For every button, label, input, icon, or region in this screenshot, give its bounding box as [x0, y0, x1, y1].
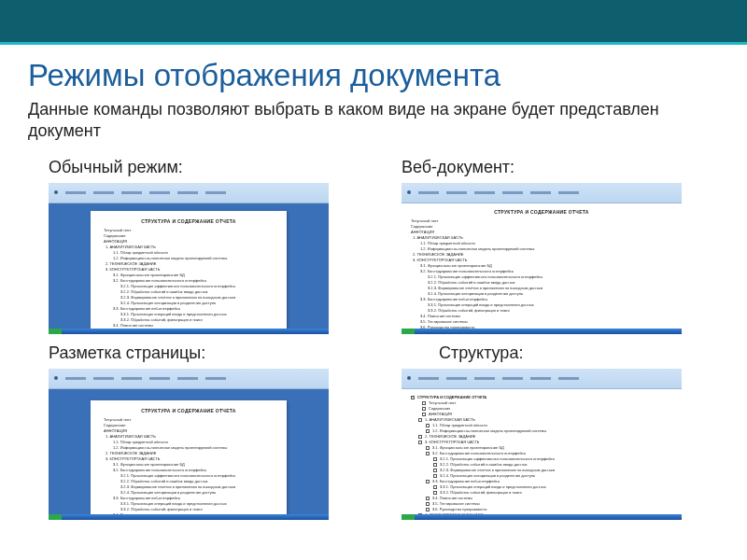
label-normal: Обычный режим:	[49, 158, 345, 177]
document-page: СТРУКТУРА И СОДЕРЖАНИЕ ОТЧЕТА Титульный …	[91, 400, 287, 520]
word-ribbon	[402, 183, 682, 203]
bullet-icon	[433, 485, 437, 489]
word-ribbon	[402, 369, 682, 389]
label-web: Веб-документ:	[402, 158, 698, 177]
bullet-icon	[422, 407, 426, 411]
taskbar	[402, 329, 682, 334]
bullet-icon	[418, 435, 422, 439]
collapse-icon: −	[411, 396, 415, 399]
bullet-icon	[426, 452, 430, 455]
bullet-icon	[418, 441, 422, 444]
doc-heading: СТРУКТУРА И СОДЕРЖАНИЕ ОТЧЕТА	[104, 218, 274, 224]
page-area: СТРУКТУРА И СОДЕРЖАНИЕ ОТЧЕТА Титульный …	[49, 389, 329, 520]
taskbar	[49, 329, 329, 334]
thumb-layout: СТРУКТУРА И СОДЕРЖАНИЕ ОТЧЕТА Титульный …	[49, 369, 329, 520]
thumb-normal: СТРУКТУРА И СОДЕРЖАНИЕ ОТЧЕТА Титульный …	[49, 183, 329, 334]
bullet-icon	[426, 446, 430, 450]
bullet-icon	[426, 480, 430, 483]
taskbar	[402, 514, 682, 520]
taskbar	[49, 514, 329, 520]
bullet-icon	[426, 429, 430, 433]
bullet-icon	[426, 424, 430, 427]
thumb-outline: − СТРУКТУРА И СОДЕРЖАНИЕ ОТЧЕТА Титульны…	[402, 369, 682, 520]
page-area: СТРУКТУРА И СОДЕРЖАНИЕ ОТЧЕТА Титульный …	[49, 203, 329, 334]
word-ribbon	[49, 369, 329, 389]
bullet-icon	[422, 401, 426, 405]
bullet-icon	[433, 463, 437, 467]
thumb-web: СТРУКТУРА И СОДЕРЖАНИЕ ОТЧЕТА Титульный …	[402, 183, 682, 334]
modes-grid: Обычный режим: СТРУКТУРА И СОДЕРЖАНИЕ ОТ…	[28, 158, 719, 520]
label-outline: Структура:	[402, 343, 698, 363]
slide-subtitle: Данные команды позволяют выбрать в каком…	[28, 99, 719, 143]
slide-title: Режимы отображения документа	[28, 58, 719, 93]
bullet-icon	[433, 474, 437, 478]
cell-normal: Обычный режим: СТРУКТУРА И СОДЕРЖАНИЕ ОТ…	[49, 158, 345, 334]
slide-content: Режимы отображения документа Данные кома…	[0, 45, 747, 520]
slide-top-band	[0, 0, 747, 45]
cell-layout: Разметка страницы: СТРУКТУРА И СОДЕРЖАНИ…	[49, 343, 345, 520]
bullet-icon	[426, 502, 430, 506]
cell-outline: Структура: − СТРУКТУРА И СОДЕРЖАНИЕ ОТЧЕ…	[402, 343, 698, 520]
bullet-icon	[426, 508, 430, 511]
doc-heading: СТРУКТУРА И СОДЕРЖАНИЕ ОТЧЕТА	[104, 408, 274, 413]
bullet-icon	[433, 491, 437, 495]
label-layout: Разметка страницы:	[49, 343, 345, 363]
bullet-icon	[422, 413, 426, 416]
bullet-icon	[433, 457, 437, 461]
bullet-icon	[418, 418, 422, 422]
document-page: СТРУКТУРА И СОДЕРЖАНИЕ ОТЧЕТА Титульный …	[91, 211, 287, 334]
bullet-icon	[426, 497, 430, 500]
bullet-icon	[433, 469, 437, 472]
page-area: СТРУКТУРА И СОДЕРЖАНИЕ ОТЧЕТА Титульный …	[402, 203, 682, 334]
cell-web: Веб-документ: СТРУКТУРА И СОДЕРЖАНИЕ ОТЧ…	[402, 158, 698, 334]
word-ribbon	[49, 183, 329, 203]
doc-heading: СТРУКТУРА И СОДЕРЖАНИЕ ОТЧЕТА	[411, 209, 672, 215]
page-area: − СТРУКТУРА И СОДЕРЖАНИЕ ОТЧЕТА Титульны…	[402, 389, 682, 520]
